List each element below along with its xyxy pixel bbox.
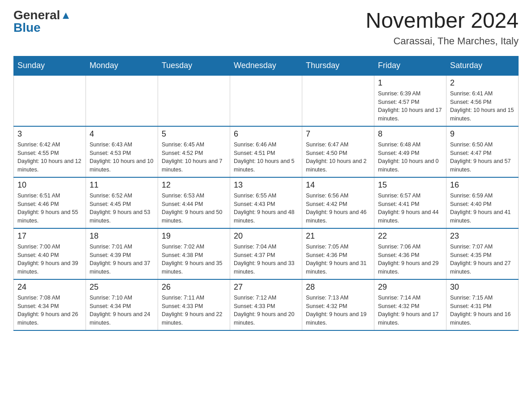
day-number: 16 — [450, 180, 515, 190]
day-number: 30 — [450, 283, 515, 292]
day-number: 11 — [90, 180, 154, 190]
day-number: 25 — [90, 283, 154, 292]
day-info: Sunrise: 6:50 AMSunset: 4:47 PMDaylight:… — [450, 141, 515, 174]
day-info: Sunrise: 7:10 AMSunset: 4:34 PMDaylight:… — [90, 294, 154, 327]
day-info: Sunrise: 7:02 AMSunset: 4:38 PMDaylight:… — [162, 243, 226, 276]
day-info: Sunrise: 6:59 AMSunset: 4:40 PMDaylight:… — [450, 192, 515, 225]
calendar-day-cell: 9Sunrise: 6:50 AMSunset: 4:47 PMDaylight… — [446, 126, 519, 177]
day-number: 10 — [17, 180, 82, 190]
day-info: Sunrise: 7:07 AMSunset: 4:35 PMDaylight:… — [450, 243, 515, 276]
logo: General Blue — [13, 9, 71, 34]
logo-text-blue: Blue — [13, 21, 41, 34]
day-number: 27 — [234, 283, 298, 292]
calendar-week-row: 3Sunrise: 6:42 AMSunset: 4:55 PMDaylight… — [14, 126, 519, 177]
weekday-header-wednesday: Wednesday — [230, 56, 302, 75]
weekday-header-monday: Monday — [86, 56, 158, 75]
day-info: Sunrise: 6:55 AMSunset: 4:43 PMDaylight:… — [234, 192, 298, 225]
day-number: 29 — [378, 283, 442, 292]
day-number: 22 — [378, 231, 442, 241]
calendar-day-cell: 11Sunrise: 6:52 AMSunset: 4:45 PMDayligh… — [86, 177, 158, 228]
calendar-day-cell: 15Sunrise: 6:57 AMSunset: 4:41 PMDayligh… — [374, 177, 446, 228]
day-number: 20 — [234, 231, 298, 241]
day-info: Sunrise: 7:00 AMSunset: 4:40 PMDaylight:… — [17, 243, 82, 276]
day-number: 12 — [162, 180, 226, 190]
calendar-day-cell: 13Sunrise: 6:55 AMSunset: 4:43 PMDayligh… — [230, 177, 302, 228]
day-number: 3 — [17, 129, 82, 139]
day-info: Sunrise: 7:08 AMSunset: 4:34 PMDaylight:… — [17, 294, 82, 327]
calendar-day-cell: 24Sunrise: 7:08 AMSunset: 4:34 PMDayligh… — [14, 279, 86, 330]
day-number: 19 — [162, 231, 226, 241]
calendar-day-cell: 4Sunrise: 6:43 AMSunset: 4:53 PMDaylight… — [86, 126, 158, 177]
calendar-day-cell: 14Sunrise: 6:56 AMSunset: 4:42 PMDayligh… — [302, 177, 374, 228]
calendar-day-cell — [14, 75, 86, 126]
weekday-header-friday: Friday — [374, 56, 446, 75]
day-number: 23 — [450, 231, 515, 241]
day-number: 24 — [17, 283, 82, 292]
day-number: 8 — [378, 129, 442, 139]
day-number: 17 — [17, 231, 82, 241]
day-number: 13 — [234, 180, 298, 190]
calendar-day-cell: 25Sunrise: 7:10 AMSunset: 4:34 PMDayligh… — [86, 279, 158, 330]
calendar-day-cell: 20Sunrise: 7:04 AMSunset: 4:37 PMDayligh… — [230, 228, 302, 279]
day-number: 4 — [90, 129, 154, 139]
day-number: 9 — [450, 129, 515, 139]
month-title: November 2024 — [365, 9, 519, 33]
day-info: Sunrise: 6:53 AMSunset: 4:44 PMDaylight:… — [162, 192, 226, 225]
calendar-day-cell: 6Sunrise: 6:46 AMSunset: 4:51 PMDaylight… — [230, 126, 302, 177]
weekday-header-saturday: Saturday — [446, 56, 519, 75]
day-info: Sunrise: 7:13 AMSunset: 4:32 PMDaylight:… — [306, 294, 370, 327]
svg-marker-0 — [63, 13, 69, 19]
day-number: 7 — [306, 129, 370, 139]
calendar-day-cell: 1Sunrise: 6:39 AMSunset: 4:57 PMDaylight… — [374, 75, 446, 126]
calendar-day-cell: 27Sunrise: 7:12 AMSunset: 4:33 PMDayligh… — [230, 279, 302, 330]
calendar-day-cell: 29Sunrise: 7:14 AMSunset: 4:32 PMDayligh… — [374, 279, 446, 330]
logo-text-general: General — [13, 9, 71, 21]
calendar-day-cell — [230, 75, 302, 126]
calendar-day-cell: 10Sunrise: 6:51 AMSunset: 4:46 PMDayligh… — [14, 177, 86, 228]
day-info: Sunrise: 6:48 AMSunset: 4:49 PMDaylight:… — [378, 141, 442, 174]
page-header: General Blue November 2024 Carassai, The… — [13, 9, 519, 47]
calendar-day-cell: 7Sunrise: 6:47 AMSunset: 4:50 PMDaylight… — [302, 126, 374, 177]
calendar-header-row: SundayMondayTuesdayWednesdayThursdayFrid… — [14, 56, 519, 75]
day-info: Sunrise: 7:05 AMSunset: 4:36 PMDaylight:… — [306, 243, 370, 276]
day-number: 18 — [90, 231, 154, 241]
day-number: 15 — [378, 180, 442, 190]
weekday-header-sunday: Sunday — [14, 56, 86, 75]
day-info: Sunrise: 6:52 AMSunset: 4:45 PMDaylight:… — [90, 192, 154, 225]
day-number: 26 — [162, 283, 226, 292]
day-info: Sunrise: 6:51 AMSunset: 4:46 PMDaylight:… — [17, 192, 82, 225]
day-info: Sunrise: 6:41 AMSunset: 4:56 PMDaylight:… — [450, 90, 515, 123]
calendar-day-cell: 30Sunrise: 7:15 AMSunset: 4:31 PMDayligh… — [446, 279, 519, 330]
day-info: Sunrise: 6:57 AMSunset: 4:41 PMDaylight:… — [378, 192, 442, 225]
day-info: Sunrise: 6:46 AMSunset: 4:51 PMDaylight:… — [234, 141, 298, 174]
day-info: Sunrise: 7:01 AMSunset: 4:39 PMDaylight:… — [90, 243, 154, 276]
day-number: 2 — [450, 78, 515, 88]
day-info: Sunrise: 6:39 AMSunset: 4:57 PMDaylight:… — [378, 90, 442, 123]
day-info: Sunrise: 6:45 AMSunset: 4:52 PMDaylight:… — [162, 141, 226, 174]
calendar-day-cell — [302, 75, 374, 126]
calendar-week-row: 17Sunrise: 7:00 AMSunset: 4:40 PMDayligh… — [14, 228, 519, 279]
day-info: Sunrise: 7:06 AMSunset: 4:36 PMDaylight:… — [378, 243, 442, 276]
day-number: 5 — [162, 129, 226, 139]
calendar-day-cell — [158, 75, 230, 126]
calendar-day-cell: 5Sunrise: 6:45 AMSunset: 4:52 PMDaylight… — [158, 126, 230, 177]
calendar-day-cell: 26Sunrise: 7:11 AMSunset: 4:33 PMDayligh… — [158, 279, 230, 330]
day-number: 1 — [378, 78, 442, 88]
calendar-day-cell: 17Sunrise: 7:00 AMSunset: 4:40 PMDayligh… — [14, 228, 86, 279]
day-info: Sunrise: 6:56 AMSunset: 4:42 PMDaylight:… — [306, 192, 370, 225]
calendar-day-cell: 28Sunrise: 7:13 AMSunset: 4:32 PMDayligh… — [302, 279, 374, 330]
calendar-day-cell: 16Sunrise: 6:59 AMSunset: 4:40 PMDayligh… — [446, 177, 519, 228]
day-info: Sunrise: 7:15 AMSunset: 4:31 PMDaylight:… — [450, 294, 515, 327]
calendar-day-cell: 19Sunrise: 7:02 AMSunset: 4:38 PMDayligh… — [158, 228, 230, 279]
calendar-day-cell: 12Sunrise: 6:53 AMSunset: 4:44 PMDayligh… — [158, 177, 230, 228]
calendar-day-cell: 8Sunrise: 6:48 AMSunset: 4:49 PMDaylight… — [374, 126, 446, 177]
day-number: 28 — [306, 283, 370, 292]
day-info: Sunrise: 7:11 AMSunset: 4:33 PMDaylight:… — [162, 294, 226, 327]
calendar-week-row: 1Sunrise: 6:39 AMSunset: 4:57 PMDaylight… — [14, 75, 519, 126]
calendar-table: SundayMondayTuesdayWednesdayThursdayFrid… — [13, 56, 519, 331]
title-area: November 2024 Carassai, The Marches, Ita… — [365, 9, 519, 47]
calendar-day-cell: 22Sunrise: 7:06 AMSunset: 4:36 PMDayligh… — [374, 228, 446, 279]
calendar-week-row: 24Sunrise: 7:08 AMSunset: 4:34 PMDayligh… — [14, 279, 519, 330]
location-subtitle: Carassai, The Marches, Italy — [365, 35, 519, 47]
day-info: Sunrise: 6:47 AMSunset: 4:50 PMDaylight:… — [306, 141, 370, 174]
